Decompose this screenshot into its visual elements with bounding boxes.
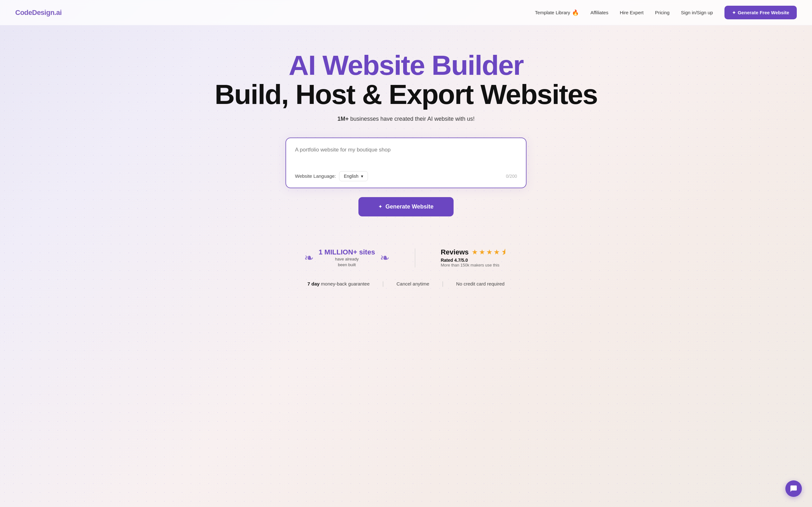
star-3: ★ — [486, 248, 493, 257]
stats-section: ❧ 1 MILLION+ sites have already been bui… — [0, 235, 812, 274]
nav-link-template-library[interactable]: Template Library 🔥 — [535, 9, 579, 16]
strip-item-no-credit: No credit card required — [444, 281, 517, 286]
strip-item-guarantee-rest: money-back guarantee — [320, 281, 370, 286]
nav-link-affiliates[interactable]: Affiliates — [590, 10, 608, 15]
nav-item-pricing[interactable]: Pricing — [655, 10, 670, 15]
nav-cta-label: Generate Free Website — [738, 10, 789, 15]
rating-text: Rated 4.7/5.0 — [441, 258, 468, 263]
reviews-stat: Reviews ★ ★ ★ ★ ⯨ Rated 4.7/5.0 More tha… — [441, 248, 508, 268]
nav-link-pricing[interactable]: Pricing — [655, 10, 670, 15]
hero-subtitle-bold: 1M+ — [338, 116, 349, 122]
fire-icon: 🔥 — [572, 9, 579, 16]
strip-item-guarantee: 7 day money-back guarantee — [295, 281, 382, 286]
nav-item-hire-expert[interactable]: Hire Expert — [620, 10, 644, 15]
nav-item-cta[interactable]: ✦ Generate Free Website — [724, 6, 797, 19]
million-unit: sites — [359, 248, 375, 256]
million-stat: ❧ 1 MILLION+ sites have already been bui… — [304, 248, 390, 268]
brand-logo[interactable]: CodeDesign.ai — [15, 9, 61, 17]
chat-icon — [790, 485, 798, 493]
million-desc-line2: been built — [338, 262, 356, 267]
million-desc-line1: have already — [335, 257, 358, 262]
language-label: Website Language: — [295, 173, 336, 179]
hero-subtitle-rest: businesses have created their AI website… — [349, 116, 474, 122]
stats-divider — [415, 248, 415, 268]
star-rating: ★ ★ ★ ★ ⯨ — [472, 248, 508, 257]
hero-section: AI Website Builder Build, Host & Export … — [0, 25, 812, 235]
chat-button[interactable] — [785, 481, 802, 497]
million-label: 1 MILLION — [319, 248, 353, 256]
million-number: 1 MILLION+ sites — [319, 248, 375, 257]
website-description-textarea[interactable] — [295, 146, 517, 165]
nav-cta-button[interactable]: ✦ Generate Free Website — [724, 6, 797, 19]
million-desc: have already been built — [319, 257, 375, 268]
bottom-strip: 7 day money-back guarantee | Cancel anyt… — [0, 274, 812, 300]
star-1: ★ — [472, 248, 478, 257]
char-count: 0/200 — [506, 174, 517, 179]
website-description-input-container: Website Language: English ▾ 0/200 — [286, 137, 526, 188]
nav-link-signin[interactable]: Sign in/Sign up — [681, 10, 713, 15]
nav-links: Template Library 🔥 Affiliates Hire Exper… — [535, 6, 797, 19]
nav-item-affiliates[interactable]: Affiliates — [590, 10, 608, 15]
strip-item-guarantee-bold: 7 day — [307, 281, 319, 286]
strip-item-cancel: Cancel anytime — [384, 281, 442, 286]
left-laurel-icon: ❧ — [304, 251, 314, 265]
hero-title-purple: AI Website Builder — [13, 51, 799, 80]
star-4: ★ — [494, 248, 500, 257]
language-selector: Website Language: English ▾ — [295, 171, 368, 181]
input-footer: Website Language: English ▾ 0/200 — [295, 171, 517, 181]
million-suffix: + — [353, 248, 357, 256]
language-value: English — [344, 174, 358, 179]
chevron-down-icon: ▾ — [361, 174, 363, 179]
template-library-label: Template Library — [535, 10, 570, 15]
nav-item-template-library[interactable]: Template Library 🔥 — [535, 9, 579, 16]
generate-sparkle-icon: ✦ — [378, 204, 382, 209]
generate-btn-label: Generate Website — [386, 204, 434, 210]
rating-sub: More than 150k makers use this — [441, 263, 499, 268]
million-stat-text: 1 MILLION+ sites have already been built — [319, 248, 375, 268]
reviews-label: Reviews — [441, 248, 468, 257]
right-laurel-icon: ❧ — [380, 251, 390, 265]
navbar: CodeDesign.ai Template Library 🔥 Affilia… — [0, 0, 812, 25]
brand-name: CodeDesign — [15, 9, 54, 16]
sparkle-icon: ✦ — [732, 10, 736, 15]
generate-website-button[interactable]: ✦ Generate Website — [358, 197, 454, 216]
hero-title-black: Build, Host & Export Websites — [13, 80, 799, 109]
star-2: ★ — [479, 248, 485, 257]
brand-suffix: .ai — [54, 9, 61, 16]
star-half: ⯨ — [501, 248, 508, 257]
reviews-header: Reviews ★ ★ ★ ★ ⯨ — [441, 248, 508, 257]
hero-subtitle: 1M+ businesses have created their AI web… — [13, 116, 799, 122]
nav-link-hire-expert[interactable]: Hire Expert — [620, 10, 644, 15]
language-dropdown[interactable]: English ▾ — [339, 171, 368, 181]
nav-item-signin[interactable]: Sign in/Sign up — [681, 10, 713, 15]
